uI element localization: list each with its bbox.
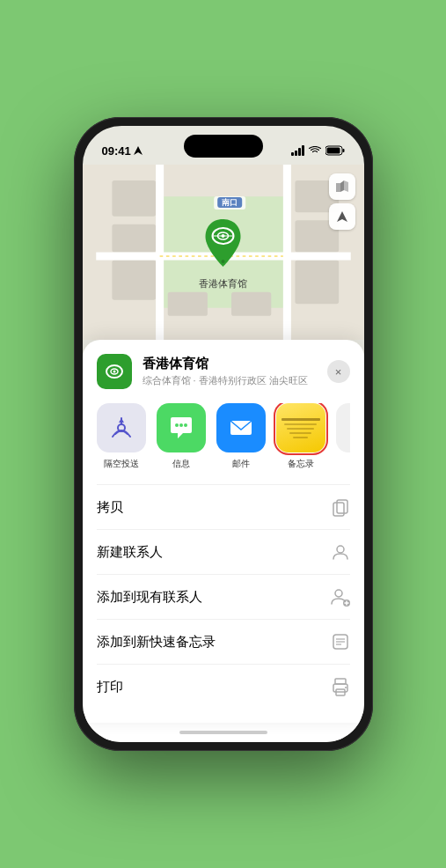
action-new-contact-label: 新建联系人 [97, 544, 163, 561]
share-item-airdrop[interactable]: 隔空投送 [97, 403, 146, 470]
dynamic-island [184, 135, 263, 158]
svg-marker-0 [134, 146, 143, 155]
svg-rect-3 [342, 149, 344, 152]
location-button[interactable] [329, 203, 355, 230]
action-print-label: 打印 [97, 679, 123, 695]
more-icon [336, 403, 350, 452]
close-button[interactable]: × [327, 360, 350, 383]
share-item-messages[interactable]: 信息 [157, 403, 206, 470]
svg-point-25 [222, 234, 225, 238]
share-item-mail[interactable]: 邮件 [216, 403, 266, 470]
svg-point-29 [113, 371, 115, 373]
messages-icon [157, 403, 206, 452]
new-contact-icon [331, 542, 350, 562]
sheet-header: 香港体育馆 综合体育馆 · 香港特别行政区 油尖旺区 × [97, 354, 350, 389]
wifi-icon [309, 146, 321, 155]
messages-svg-icon [167, 414, 195, 442]
pin-label: 香港体育馆 [199, 277, 247, 291]
svg-point-33 [175, 423, 179, 427]
signal-bars-icon [291, 145, 304, 156]
map-label: 南口 [214, 196, 245, 210]
location-pin: 香港体育馆 [199, 217, 247, 291]
action-add-contact-label: 添加到现有联系人 [97, 589, 202, 606]
venue-name: 香港体育馆 [143, 356, 317, 372]
svg-rect-13 [231, 292, 271, 316]
action-copy[interactable]: 拷贝 [97, 485, 350, 530]
venue-desc: 综合体育馆 · 香港特别行政区 油尖旺区 [143, 374, 317, 387]
share-row: 隔空投送 信息 [97, 403, 350, 470]
mail-svg-icon [227, 414, 255, 442]
notes-icon [276, 403, 325, 452]
svg-marker-20 [344, 180, 348, 192]
map-controls[interactable] [329, 173, 355, 233]
svg-rect-11 [295, 261, 339, 305]
copy-icon [331, 497, 350, 517]
svg-rect-6 [112, 180, 156, 217]
airdrop-icon [97, 403, 146, 452]
pin-svg [202, 217, 245, 270]
share-label-notes: 备忘录 [288, 458, 314, 470]
share-item-more[interactable]: 推 [336, 403, 350, 470]
phone-screen: 09:41 [83, 126, 364, 742]
svg-marker-19 [340, 180, 344, 192]
share-item-notes[interactable]: 备忘录 [276, 403, 325, 470]
svg-marker-21 [337, 211, 347, 222]
svg-rect-48 [335, 679, 346, 684]
action-quick-note-label: 添加到新快速备忘录 [97, 634, 216, 651]
battery-icon [325, 145, 345, 156]
venue-logo [97, 354, 132, 389]
map-toggle-button[interactable] [329, 173, 355, 200]
share-label-airdrop: 隔空投送 [104, 458, 139, 470]
action-list: 拷贝 新建联系人 添加到现有联系人 [97, 484, 350, 709]
svg-point-39 [337, 546, 344, 553]
action-new-contact[interactable]: 新建联系人 [97, 530, 350, 575]
svg-point-34 [179, 423, 183, 427]
svg-rect-7 [112, 224, 156, 253]
svg-point-35 [184, 423, 187, 427]
svg-point-51 [345, 687, 347, 688]
svg-point-26 [222, 260, 225, 263]
share-label-messages: 信息 [172, 458, 190, 470]
quick-note-icon [331, 632, 350, 651]
svg-rect-2 [326, 148, 340, 154]
map-area: 南口 [83, 165, 364, 340]
status-icons [291, 145, 345, 156]
time-display: 09:41 [102, 144, 131, 158]
action-quick-note[interactable]: 添加到新快速备忘录 [97, 620, 350, 665]
airdrop-svg-icon [109, 416, 134, 440]
mail-icon [216, 403, 266, 452]
bottom-sheet: 香港体育馆 综合体育馆 · 香港特别行政区 油尖旺区 × [83, 340, 364, 723]
status-time: 09:41 [102, 144, 143, 158]
svg-marker-32 [119, 418, 124, 423]
add-contact-icon [331, 587, 350, 607]
map-toggle-icon [335, 180, 349, 194]
svg-rect-12 [167, 292, 207, 316]
print-icon [331, 677, 350, 696]
venue-info: 香港体育馆 综合体育馆 · 香港特别行政区 油尖旺区 [143, 356, 317, 387]
action-copy-label: 拷贝 [97, 499, 123, 516]
action-add-contact[interactable]: 添加到现有联系人 [97, 575, 350, 620]
location-arrow-icon [134, 146, 143, 155]
home-bar [179, 731, 267, 734]
location-arrow-map-icon [336, 210, 348, 223]
svg-rect-18 [336, 183, 340, 192]
svg-point-40 [335, 590, 342, 597]
svg-rect-8 [112, 261, 156, 300]
home-indicator [83, 723, 364, 742]
share-label-mail: 邮件 [232, 458, 250, 470]
venue-logo-icon [104, 361, 125, 382]
phone-frame: 09:41 [74, 117, 373, 751]
action-print[interactable]: 打印 [97, 665, 350, 709]
